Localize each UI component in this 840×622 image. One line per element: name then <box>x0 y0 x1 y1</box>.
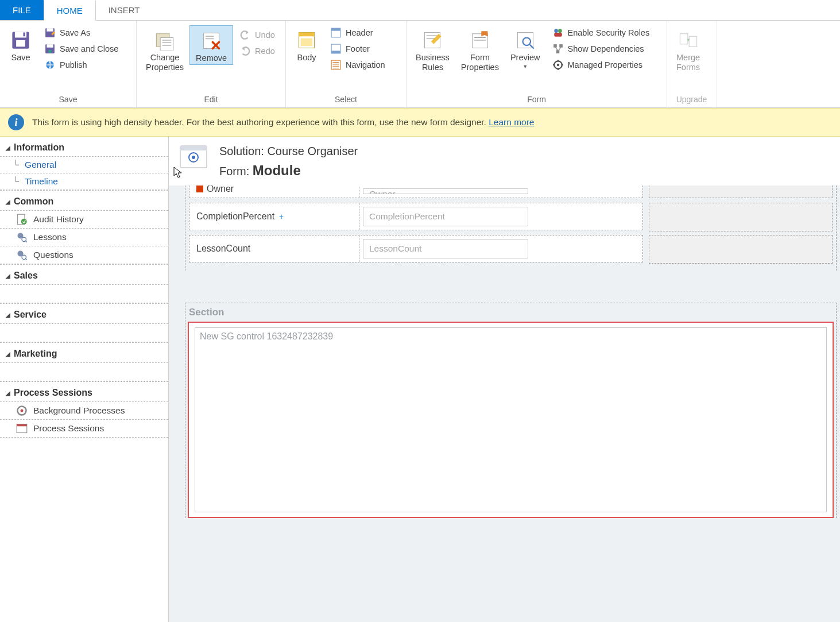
field-row-completion[interactable]: CompletionPercent+ CompletionPercent <box>189 203 643 230</box>
collapse-icon: ◢ <box>6 199 10 205</box>
header-button[interactable]: Header <box>327 25 389 40</box>
save-as-button[interactable]: Save As <box>41 25 122 40</box>
save-close-button[interactable]: Save and Close <box>41 41 122 56</box>
group-label-select: Select <box>289 92 402 107</box>
nav-item-audit[interactable]: Audit History <box>0 211 168 229</box>
collapse-icon: ◢ <box>6 145 10 151</box>
questions-icon <box>16 249 28 261</box>
footer-button[interactable]: Footer <box>327 41 389 56</box>
remove-button[interactable]: Remove <box>189 25 233 65</box>
required-icon <box>196 186 203 192</box>
nav-section-service[interactable]: ◢Service <box>0 303 168 324</box>
navigation-label: Navigation <box>346 60 385 69</box>
business-rules-button[interactable]: Business Rules <box>410 25 455 73</box>
nav-section-common[interactable]: ◢Common <box>0 190 168 211</box>
redo-label: Redo <box>255 47 275 56</box>
managed-props-button[interactable]: Managed Properties <box>549 57 653 72</box>
field-label-completion: CompletionPercent <box>196 211 274 222</box>
nav-item-questions[interactable]: Questions <box>0 246 168 264</box>
nav-section-sales[interactable]: ◢Sales <box>0 264 168 285</box>
header-label: Header <box>346 28 373 37</box>
security-icon <box>553 28 563 38</box>
section-title: Section <box>188 303 834 322</box>
nav-item-background-processes[interactable]: Background Processes <box>0 402 168 420</box>
field-input-completion[interactable]: CompletionPercent <box>363 207 528 226</box>
svg-line-62 <box>25 258 27 260</box>
remove-icon <box>201 30 222 51</box>
undo-button[interactable]: Undo <box>237 28 278 43</box>
nav-section-information[interactable]: ◢Information <box>0 137 168 157</box>
redo-button[interactable]: Redo <box>237 44 278 59</box>
show-deps-button[interactable]: Show Dependencies <box>549 41 653 56</box>
preview-button[interactable]: Preview ▼ <box>505 25 546 71</box>
svg-rect-7 <box>47 44 53 48</box>
merge-forms-button[interactable]: Merge Forms <box>671 25 706 73</box>
body-icon <box>296 30 317 51</box>
save-label: Save <box>11 53 30 63</box>
ribbon-tabs: FILE HOME INSERT <box>0 0 840 21</box>
form-properties-icon <box>470 30 490 51</box>
nav-item-lessons[interactable]: Lessons <box>0 229 168 246</box>
chevron-down-icon: ▼ <box>522 64 528 69</box>
enable-security-button[interactable]: Enable Security Roles <box>549 25 653 40</box>
svg-rect-44 <box>556 50 559 53</box>
svg-line-59 <box>25 241 27 242</box>
collapse-icon: ◢ <box>6 390 10 396</box>
ribbon: Save Save As Save and Close Publish Save <box>0 21 840 108</box>
field-input-owner[interactable]: Owner <box>363 188 528 194</box>
navigation-icon <box>331 60 341 70</box>
svg-point-48 <box>556 64 559 67</box>
tab-insert[interactable]: INSERT <box>96 0 153 20</box>
svg-point-70 <box>192 156 195 159</box>
svg-rect-19 <box>299 33 315 37</box>
svg-rect-3 <box>24 33 25 37</box>
nav-item-process-sessions[interactable]: Process Sessions <box>0 420 168 438</box>
field-row-lesson[interactable]: LessonCount LessonCount <box>189 235 643 262</box>
info-icon: i <box>8 114 24 130</box>
nav-section-process[interactable]: ◢Process Sessions <box>0 381 168 402</box>
tab-file[interactable]: FILE <box>0 0 44 20</box>
svg-rect-53 <box>680 34 688 44</box>
change-properties-label: Change Properties <box>146 53 184 72</box>
field-label-lesson: LessonCount <box>196 244 250 254</box>
content-area: Solution: Course Organiser Form: Module … <box>169 137 840 622</box>
svg-point-56 <box>21 219 27 225</box>
preview-label: Preview <box>510 53 540 63</box>
audit-icon <box>16 214 28 225</box>
subgrid-label: New SG control 1632487232839 <box>195 327 827 512</box>
save-button[interactable]: Save <box>3 25 38 64</box>
subgrid-control[interactable]: New SG control 1632487232839 <box>188 322 834 518</box>
field-input-lesson[interactable]: LessonCount <box>363 239 528 258</box>
learn-more-link[interactable]: Learn more <box>489 117 534 127</box>
remove-label: Remove <box>196 53 227 63</box>
nav-item-general[interactable]: └General <box>0 157 168 173</box>
nav-section-marketing[interactable]: ◢Marketing <box>0 342 168 363</box>
navigation-button[interactable]: Navigation <box>327 57 389 72</box>
business-rules-label: Business Rules <box>416 53 450 72</box>
undo-label: Undo <box>255 30 275 40</box>
plus-icon: + <box>279 212 284 221</box>
lessons-icon <box>16 231 28 243</box>
change-properties-button[interactable]: Change Properties <box>140 25 189 73</box>
svg-rect-66 <box>17 424 27 427</box>
svg-rect-2 <box>16 40 25 47</box>
field-row-owner[interactable]: Owner Owner <box>189 186 643 198</box>
side-cell[interactable] <box>649 186 833 198</box>
group-label-save: Save <box>3 92 133 107</box>
side-cell[interactable] <box>649 235 833 264</box>
collapse-icon: ◢ <box>6 273 10 279</box>
nav-item-timeline[interactable]: └Timeline <box>0 173 168 190</box>
svg-point-39 <box>554 29 558 33</box>
header-icon <box>331 28 341 38</box>
tab-home[interactable]: HOME <box>44 1 96 21</box>
collapse-icon: ◢ <box>6 351 10 357</box>
undo-icon <box>240 30 250 40</box>
publish-button[interactable]: Publish <box>41 57 122 72</box>
form-properties-button[interactable]: Form Properties <box>455 25 505 73</box>
svg-rect-33 <box>472 34 487 48</box>
body-button[interactable]: Body <box>289 25 324 64</box>
svg-line-46 <box>559 48 560 51</box>
merge-icon <box>678 30 699 51</box>
svg-rect-20 <box>301 38 312 47</box>
side-cell[interactable] <box>649 203 833 231</box>
